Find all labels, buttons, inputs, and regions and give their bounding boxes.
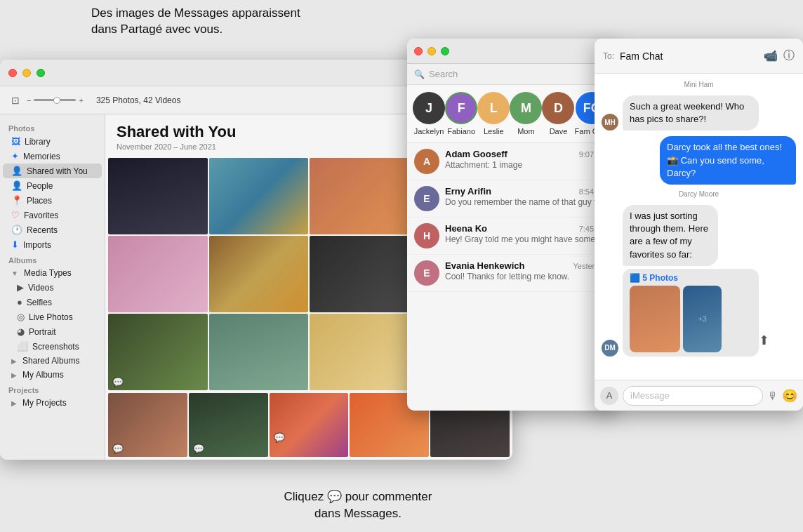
photo-cell[interactable] bbox=[310, 158, 409, 234]
annotation-bottom-text1: Cliquez 💬 pour commenter bbox=[284, 490, 432, 503]
screenshots-icon: ⬜ bbox=[17, 341, 28, 352]
media-types-arrow: ▼ bbox=[11, 270, 18, 277]
photo-cell[interactable] bbox=[310, 314, 409, 390]
messages-minimize-button[interactable] bbox=[427, 47, 436, 55]
photo-cell[interactable] bbox=[209, 314, 309, 390]
messages-search-bar[interactable]: 🔍 Search bbox=[407, 64, 614, 85]
places-icon: 📍 bbox=[11, 195, 22, 206]
portrait-icon: ◕ bbox=[17, 326, 25, 337]
pinned-contact-leslie[interactable]: L Leslie bbox=[477, 92, 510, 135]
messages-maximize-button[interactable] bbox=[441, 47, 449, 55]
annotation-top-text2: dans Partagé avec vous. bbox=[91, 22, 223, 36]
photo-cell[interactable]: 💬 bbox=[189, 393, 268, 457]
slider-thumb bbox=[53, 97, 60, 104]
sidebar-item-portrait[interactable]: ◕ Portrait bbox=[3, 324, 102, 339]
live-photos-icon: ◎ bbox=[17, 312, 25, 322]
msg-content-evania: Evania Henkewich Yesterday Cool! Thanks … bbox=[445, 260, 607, 281]
favorites-icon: ♡ bbox=[11, 210, 20, 220]
sidebar-item-imports[interactable]: ⬇ Imports bbox=[3, 237, 102, 252]
photo-cell[interactable]: 💬 bbox=[270, 393, 349, 457]
conversation-adam[interactable]: A Adam Gooseff 9:07 AM Attachment: 1 ima… bbox=[407, 143, 614, 180]
sidebar-label-live-photos: Live Photos bbox=[29, 312, 73, 322]
share-icon[interactable]: ⬆ bbox=[759, 333, 769, 348]
avatar-erny: E bbox=[414, 186, 439, 211]
message-input[interactable]: iMessage bbox=[623, 386, 763, 406]
pinned-contact-mom[interactable]: M Mom bbox=[510, 92, 542, 135]
sidebar-label-places: Places bbox=[27, 196, 52, 206]
contact-name-dave: Dave bbox=[550, 127, 568, 135]
msg-preview-adam: Attachment: 1 image bbox=[445, 160, 607, 170]
photos-attachment[interactable]: 🟦 5 Photos +3 ⬆ bbox=[623, 269, 759, 357]
msg-content-adam: Adam Gooseff 9:07 AM Attachment: 1 image bbox=[445, 149, 607, 170]
sidebar-item-media-types[interactable]: ▼ Media Types bbox=[3, 266, 102, 280]
photo-cell[interactable] bbox=[108, 236, 208, 312]
imports-icon: ⬇ bbox=[11, 239, 19, 250]
sidebar-item-people[interactable]: 👤 People bbox=[3, 178, 102, 193]
comment-icon[interactable]: 💬 bbox=[112, 377, 124, 387]
sidebar-label-media-types: Media Types bbox=[24, 268, 72, 278]
sidebar-item-my-projects[interactable]: ▶ My Projects bbox=[3, 396, 102, 410]
comment-icon[interactable]: 💬 bbox=[193, 444, 204, 454]
contact-name-jackelyn: Jackelyn bbox=[414, 127, 444, 135]
audio-icon[interactable]: 🎙 bbox=[767, 390, 778, 401]
sidebar-item-places[interactable]: 📍 Places bbox=[3, 193, 102, 208]
sender-label-darcy: Darcy Moore bbox=[602, 190, 796, 198]
messages-window: ✏ 🔍 Search J Jackelyn F Fabiano L Leslie… bbox=[407, 39, 614, 411]
sidebar-item-memories[interactable]: ✦ Memories bbox=[3, 149, 102, 164]
sidebar-item-recents[interactable]: 🕐 Recents bbox=[3, 222, 102, 237]
annotation-bottom-text2: dans Messages. bbox=[314, 507, 401, 520]
info-icon[interactable]: ⓘ bbox=[783, 48, 795, 63]
contact-name-erny: Erny Arifin bbox=[445, 186, 491, 197]
sidebar-label-recents: Recents bbox=[27, 225, 58, 235]
emoji-icon[interactable]: 😊 bbox=[782, 388, 797, 404]
sidebar-label-imports: Imports bbox=[23, 240, 51, 250]
photo-cell[interactable] bbox=[209, 236, 309, 312]
video-call-icon[interactable]: 📹 bbox=[764, 49, 778, 62]
avatar-darcy: DM bbox=[602, 340, 618, 357]
photo-thumb-1 bbox=[630, 286, 680, 352]
sender-label-miniham: Mini Ham bbox=[602, 81, 796, 88]
photos-thumbnails: +3 ⬆ bbox=[630, 286, 752, 352]
avatar-adam: A bbox=[414, 149, 439, 174]
bubble-row-darcy: DM I was just sorting through them. Here… bbox=[602, 205, 796, 357]
conversation-evania[interactable]: E Evania Henkewich Yesterday Cool! Thank… bbox=[407, 255, 614, 292]
photo-cell[interactable] bbox=[310, 236, 409, 312]
sidebar-item-library[interactable]: 🖼 Library bbox=[3, 134, 102, 149]
sidebar-item-videos[interactable]: ▶ Videos bbox=[3, 280, 102, 295]
maximize-button[interactable] bbox=[36, 69, 45, 77]
messages-close-button[interactable] bbox=[414, 47, 423, 55]
sidebar-item-live-photos[interactable]: ◎ Live Photos bbox=[3, 310, 102, 324]
sidebar-label-shared: Shared with You bbox=[27, 166, 88, 176]
sidebar-item-shared-with-you[interactable]: 👤 Shared with You bbox=[3, 164, 102, 178]
recents-icon: 🕐 bbox=[11, 225, 22, 235]
msg-header-evania: Evania Henkewich Yesterday bbox=[445, 260, 607, 271]
messages-titlebar: ✏ bbox=[407, 39, 614, 64]
minimize-button[interactable] bbox=[22, 69, 31, 77]
comment-icon[interactable]: 💬 bbox=[112, 444, 124, 454]
sidebar-item-selfies[interactable]: ● Selfies bbox=[3, 295, 102, 310]
photo-cell[interactable]: 💬 bbox=[108, 314, 208, 390]
comment-icon[interactable]: 💬 bbox=[274, 432, 285, 443]
sidebar-label-people: People bbox=[27, 181, 53, 191]
sidebar-item-my-albums[interactable]: ▶ My Albums bbox=[3, 368, 102, 382]
contact-avatar-jackelyn: J bbox=[413, 92, 445, 124]
pinned-contact-jackelyn[interactable]: J Jackelyn bbox=[413, 92, 445, 135]
conversation-heena[interactable]: H Heena Ko 7:45 AM Hey! Gray told me you… bbox=[407, 218, 614, 255]
search-icon: 🔍 bbox=[414, 69, 425, 79]
sidebar-item-shared-albums[interactable]: ▶ Shared Albums bbox=[3, 354, 102, 368]
pinned-contact-fabiano[interactable]: F Fabiano bbox=[445, 92, 477, 135]
sidebar-item-screenshots[interactable]: ⬜ Screenshots bbox=[3, 339, 102, 354]
app-icon[interactable]: A bbox=[600, 387, 618, 405]
sidebar-item-favorites[interactable]: ♡ Favorites bbox=[3, 208, 102, 222]
close-button[interactable] bbox=[8, 69, 17, 77]
slider-track bbox=[34, 99, 76, 101]
photo-cell[interactable] bbox=[209, 158, 309, 234]
msg-content-heena: Heena Ko 7:45 AM Hey! Gray told me you m… bbox=[445, 223, 607, 244]
photo-cell[interactable]: 💬 bbox=[108, 393, 187, 457]
zoom-slider[interactable]: − + bbox=[27, 96, 84, 105]
contact-name-fabiano: Fabiano bbox=[447, 127, 475, 135]
pinned-contact-dave[interactable]: D Dave bbox=[542, 92, 574, 135]
chat-header: To: Fam Chat 📹 ⓘ bbox=[595, 39, 803, 74]
photo-cell[interactable] bbox=[108, 158, 208, 234]
conversation-erny[interactable]: E Erny Arifin 8:54 AM Do you remember th… bbox=[407, 180, 614, 218]
